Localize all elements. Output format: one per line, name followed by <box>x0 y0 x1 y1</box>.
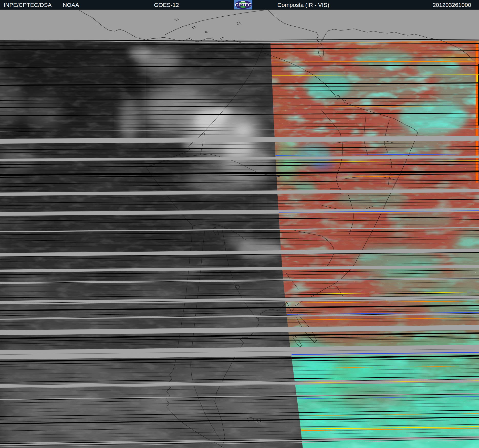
svg-text:201203261000: 201203261000 <box>433 2 471 8</box>
svg-text:INPE/CPTEC/DSA: INPE/CPTEC/DSA <box>4 2 52 8</box>
svg-text:Composta (IR - VIS): Composta (IR - VIS) <box>277 2 329 8</box>
svg-text:GOES-12: GOES-12 <box>154 2 179 8</box>
svg-text:CPTEC: CPTEC <box>235 2 252 7</box>
svg-text:NOAA: NOAA <box>63 2 79 8</box>
